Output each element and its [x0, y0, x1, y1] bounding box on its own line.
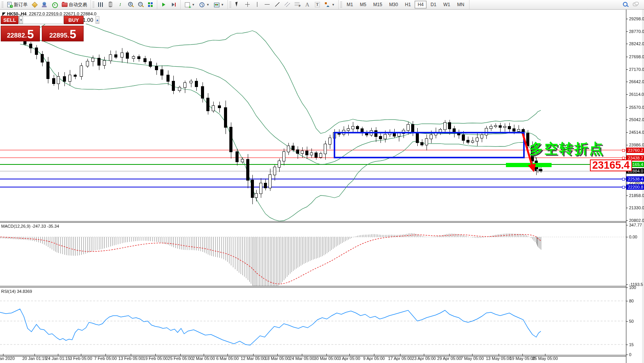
- toolbar-group-drawing: A T ▼: [228, 0, 339, 9]
- fibonacci-tool-button[interactable]: [292, 0, 302, 9]
- time-axis-label: 24 Mar 05:00: [290, 356, 315, 361]
- buy-quote[interactable]: 22895 . 5: [42, 26, 84, 41]
- line-chart-icon: [117, 2, 124, 8]
- chart-shift-button[interactable]: [169, 0, 179, 9]
- auto-trading-button[interactable]: 自动交易: [59, 0, 89, 9]
- time-tick-mark: [155, 354, 156, 356]
- volume-input[interactable]: [23, 16, 96, 24]
- buy-price-frac: 5: [69, 28, 76, 40]
- price-tick-label: 27698.0: [629, 54, 644, 59]
- toolbar-grip[interactable]: [2, 2, 3, 8]
- new-order-button[interactable]: + 新订单: [5, 0, 30, 9]
- macd-label: MACD(12,26,9) -247.33 -35.34: [1, 224, 59, 228]
- toolbar-group-chart-type: + −: [91, 0, 157, 9]
- timeframe-bar: M1M5M15M30H1H4D1W1MN: [339, 0, 470, 9]
- time-axis-label: 3 Feb 05:00: [70, 356, 92, 361]
- crosshair-tool-button[interactable]: [242, 0, 252, 9]
- bar-chart-button[interactable]: [96, 0, 105, 9]
- consolidation-range-box[interactable]: [334, 132, 525, 158]
- timeframe-m15[interactable]: M15: [370, 1, 385, 8]
- macd-zero-label: 0.00: [629, 235, 637, 239]
- volume-increase-button[interactable]: ▲: [96, 16, 99, 24]
- mt4-window: + 新订单 自动交易 + − ▼ ▼: [0, 0, 644, 363]
- templates-button[interactable]: ▼: [211, 0, 226, 9]
- support-price-callout[interactable]: 23165.4: [590, 159, 632, 171]
- indicator-tick-mark: [626, 355, 628, 355]
- indicator-tick-mark: [626, 301, 628, 301]
- text-tool-button[interactable]: A: [302, 0, 312, 9]
- sell-price-main: 22882: [7, 31, 25, 40]
- time-axis-label: 19 May 05:00: [510, 356, 535, 361]
- vertical-line-tool-button[interactable]: [252, 0, 262, 9]
- gold-seal-icon: [31, 2, 38, 8]
- trendline-icon: [274, 2, 280, 8]
- trendline-tool-button[interactable]: [272, 0, 282, 9]
- toolbar-grip[interactable]: [340, 2, 342, 8]
- candlestick-chart-button[interactable]: [105, 0, 115, 9]
- shapes-icon: [324, 2, 330, 8]
- time-tick-mark: [326, 354, 327, 356]
- timeframe-h4[interactable]: H4: [415, 1, 427, 8]
- price-tick-mark: [626, 19, 628, 19]
- time-axis-label: 9 Apr 05:00: [363, 356, 385, 361]
- channel-tool-button[interactable]: [282, 0, 292, 9]
- price-tick-mark: [626, 107, 628, 108]
- fibonacci-icon: [294, 2, 300, 8]
- sell-button[interactable]: SELL: [1, 16, 18, 24]
- periods-button[interactable]: ▼: [197, 0, 211, 9]
- price-tick-label: 20802.0: [629, 218, 644, 223]
- timeframe-m1[interactable]: M1: [344, 1, 356, 8]
- price-tick-label: 21858.0: [629, 193, 644, 198]
- time-tick-mark: [277, 354, 278, 356]
- toolbar-grip[interactable]: [229, 2, 231, 8]
- auto-trading-label: 自动交易: [69, 2, 87, 8]
- toolbar-grip[interactable]: [92, 2, 94, 8]
- price-tick-mark: [626, 120, 628, 120]
- sell-arrow[interactable]: [518, 131, 545, 181]
- profile-button[interactable]: [40, 0, 49, 9]
- buy-price-main: 22895: [49, 31, 67, 40]
- horizontal-line-tool-button[interactable]: [262, 0, 272, 9]
- time-axis-label: 23 Apr 05:00: [412, 356, 436, 361]
- timeframe-h1[interactable]: H1: [402, 1, 414, 8]
- timeframe-d1[interactable]: D1: [427, 1, 439, 8]
- zoom-in-button[interactable]: +: [125, 0, 135, 9]
- search-icon[interactable]: [623, 2, 629, 8]
- timeframe-m5[interactable]: M5: [357, 1, 369, 8]
- arrows-tool-button[interactable]: ▼: [322, 0, 337, 9]
- candlestick-icon: [107, 2, 114, 8]
- sell-price-dot: .: [25, 31, 27, 40]
- rsi-label: RSI(14) 34.8369: [1, 289, 32, 294]
- cursor-tool-button[interactable]: [232, 0, 242, 9]
- indicator-tick-mark: [626, 287, 628, 288]
- auto-scroll-button[interactable]: [159, 0, 169, 9]
- indicators-button[interactable]: ▼: [182, 0, 197, 9]
- time-axis-label: 30 Mar 05:00: [314, 356, 339, 361]
- volume-decrease-button[interactable]: ▼: [19, 16, 23, 24]
- price-tick-mark: [626, 31, 628, 32]
- panel-separator[interactable]: [0, 286, 626, 287]
- time-tick-mark: [499, 354, 499, 356]
- tile-windows-button[interactable]: [145, 0, 155, 9]
- chart-shift-icon: [171, 2, 177, 8]
- signals-button[interactable]: [49, 0, 59, 9]
- label-tool-button[interactable]: T: [312, 0, 322, 9]
- market-watch-button[interactable]: [30, 0, 40, 9]
- timeframe-w1[interactable]: W1: [440, 1, 453, 8]
- price-tick-mark: [626, 44, 628, 44]
- price-tick-label: 28242.0: [629, 41, 644, 46]
- chat-icon[interactable]: [632, 2, 639, 8]
- chart-plot-area[interactable]: [0, 9, 644, 363]
- timeframe-mn[interactable]: MN: [454, 1, 468, 8]
- buy-button[interactable]: BUY: [64, 16, 84, 24]
- zoom-out-button[interactable]: −: [135, 0, 145, 9]
- timeframe-m30[interactable]: M30: [386, 1, 401, 8]
- line-chart-button[interactable]: [115, 0, 125, 9]
- indicator-tick-mark: [626, 237, 628, 237]
- panel-separator[interactable]: [0, 221, 626, 223]
- new-order-icon: +: [7, 2, 13, 8]
- sell-quote[interactable]: 22882 . 5: [1, 26, 40, 41]
- toolbar-group-standard: + 新订单 自动交易: [0, 0, 91, 9]
- time-axis-label: 24 Jan 01:15: [46, 356, 70, 361]
- price-tick-mark: [626, 183, 628, 183]
